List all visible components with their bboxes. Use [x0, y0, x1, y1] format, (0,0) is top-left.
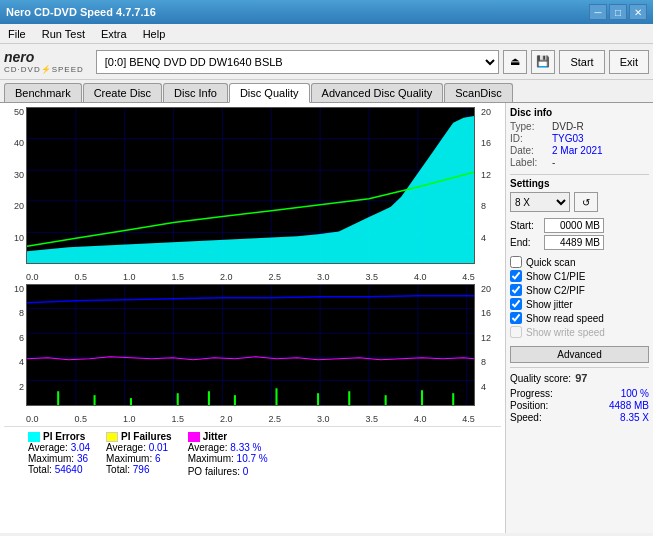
save-button[interactable]: 💾: [531, 50, 555, 74]
divider-2: [510, 367, 649, 368]
chart-area: 50 40 30 20 10 20 16 12 8 4: [0, 103, 505, 533]
progress-section: Progress: 100 % Position: 4488 MB Speed:…: [510, 388, 649, 423]
speed-select[interactable]: 8 X: [510, 192, 570, 212]
tab-create-disc[interactable]: Create Disc: [83, 83, 162, 102]
show-c2pif-label: Show C2/PIF: [526, 285, 585, 296]
logo-nero: nero: [4, 49, 34, 65]
lower-y-right: 20 16 12 8 4: [479, 284, 501, 406]
quality-value: 97: [575, 372, 587, 384]
progress-label: Progress:: [510, 388, 553, 399]
show-c2pif-checkbox[interactable]: [510, 284, 522, 296]
speed-row: 8 X ↺: [510, 192, 649, 212]
lower-chart: 10 8 6 4 2 20 16 12 8 4: [4, 284, 501, 424]
menu-run-test[interactable]: Run Test: [38, 27, 89, 41]
lower-x-axis: 0.0 0.5 1.0 1.5 2.0 2.5 3.0 3.5 4.0 4.5: [26, 406, 475, 424]
start-value[interactable]: 0000 MB: [544, 218, 604, 233]
progress-row: Progress: 100 %: [510, 388, 649, 399]
show-read-speed-label: Show read speed: [526, 313, 604, 324]
disc-type-label: Type:: [510, 121, 548, 132]
menu-help[interactable]: Help: [139, 27, 170, 41]
disc-label-label: Label:: [510, 157, 548, 168]
jitter-max: Maximum: 10.7 %: [188, 453, 268, 464]
disc-info-title: Disc info: [510, 107, 649, 118]
drive-select[interactable]: [0:0] BENQ DVD DD DW1640 BSLB: [96, 50, 500, 74]
lower-y-left: 10 8 6 4 2: [4, 284, 26, 406]
speed-value: 8.35 X: [620, 412, 649, 423]
tab-disc-info[interactable]: Disc Info: [163, 83, 228, 102]
position-value: 4488 MB: [609, 400, 649, 411]
pi-errors-max: Maximum: 36: [28, 453, 90, 464]
show-write-speed-label: Show write speed: [526, 327, 605, 338]
divider-1: [510, 174, 649, 175]
legend-jitter: Jitter Average: 8.33 % Maximum: 10.7 % P…: [188, 431, 268, 477]
settings-title: Settings: [510, 178, 649, 189]
disc-id-row: ID: TYG03: [510, 133, 649, 144]
pi-failures-max: Maximum: 6: [106, 453, 172, 464]
logo-sub: CD·DVD⚡SPEED: [4, 65, 84, 74]
disc-date-row: Date: 2 Mar 2021: [510, 145, 649, 156]
minimize-button[interactable]: ─: [589, 4, 607, 20]
show-write-speed-row: Show write speed: [510, 326, 649, 338]
menu-bar: File Run Test Extra Help: [0, 24, 653, 44]
start-label: Start:: [510, 220, 540, 231]
start-row: Start: 0000 MB: [510, 218, 649, 233]
disc-label-row: Label: -: [510, 157, 649, 168]
disc-date-value: 2 Mar 2021: [552, 145, 603, 156]
tab-disc-quality[interactable]: Disc Quality: [229, 83, 310, 103]
menu-extra[interactable]: Extra: [97, 27, 131, 41]
maximize-button[interactable]: □: [609, 4, 627, 20]
progress-value: 100 %: [621, 388, 649, 399]
pi-errors-total: Total: 54640: [28, 464, 90, 475]
pi-failures-avg: Average: 0.01: [106, 442, 172, 453]
tab-advanced-disc-quality[interactable]: Advanced Disc Quality: [311, 83, 444, 102]
app-title: Nero CD-DVD Speed 4.7.7.16: [6, 6, 156, 18]
show-c2pif-row: Show C2/PIF: [510, 284, 649, 296]
tab-benchmark[interactable]: Benchmark: [4, 83, 82, 102]
legend: PI Errors Average: 3.04 Maximum: 36 Tota…: [4, 426, 501, 479]
show-c1pie-checkbox[interactable]: [510, 270, 522, 282]
end-value[interactable]: 4489 MB: [544, 235, 604, 250]
show-jitter-label: Show jitter: [526, 299, 573, 310]
show-write-speed-checkbox[interactable]: [510, 326, 522, 338]
speed-row: Speed: 8.35 X: [510, 412, 649, 423]
right-panel: Disc info Type: DVD-R ID: TYG03 Date: 2 …: [505, 103, 653, 533]
title-bar: Nero CD-DVD Speed 4.7.7.16 ─ □ ✕: [0, 0, 653, 24]
quick-scan-label: Quick scan: [526, 257, 575, 268]
disc-id-label: ID:: [510, 133, 548, 144]
settings-refresh-button[interactable]: ↺: [574, 192, 598, 212]
eject-button[interactable]: ⏏: [503, 50, 527, 74]
position-label: Position:: [510, 400, 548, 411]
tab-bar: Benchmark Create Disc Disc Info Disc Qua…: [0, 80, 653, 103]
show-c1pie-label: Show C1/PIE: [526, 271, 585, 282]
disc-id-value: TYG03: [552, 133, 584, 144]
lower-chart-inner: [26, 284, 475, 406]
quick-scan-checkbox[interactable]: [510, 256, 522, 268]
quality-score-row: Quality score: 97: [510, 372, 649, 384]
tab-scan-disc[interactable]: ScanDisc: [444, 83, 512, 102]
start-button[interactable]: Start: [559, 50, 604, 74]
pi-errors-color: [28, 432, 40, 442]
jitter-avg: Average: 8.33 %: [188, 442, 268, 453]
checkboxes-section: Quick scan Show C1/PIE Show C2/PIF Show …: [510, 256, 649, 338]
settings-section: Settings 8 X ↺: [510, 178, 649, 212]
jitter-label: Jitter: [203, 431, 227, 442]
disc-date-label: Date:: [510, 145, 548, 156]
pi-failures-total: Total: 796: [106, 464, 172, 475]
show-read-speed-row: Show read speed: [510, 312, 649, 324]
menu-file[interactable]: File: [4, 27, 30, 41]
end-label: End:: [510, 237, 540, 248]
upper-y-right: 20 16 12 8 4: [479, 107, 501, 264]
show-c1pie-row: Show C1/PIE: [510, 270, 649, 282]
upper-chart: 50 40 30 20 10 20 16 12 8 4: [4, 107, 501, 282]
pi-errors-avg: Average: 3.04: [28, 442, 90, 453]
disc-type-value: DVD-R: [552, 121, 584, 132]
upper-x-axis: 0.0 0.5 1.0 1.5 2.0 2.5 3.0 3.5 4.0 4.5: [26, 264, 475, 282]
close-button[interactable]: ✕: [629, 4, 647, 20]
show-read-speed-checkbox[interactable]: [510, 312, 522, 324]
legend-pi-errors: PI Errors Average: 3.04 Maximum: 36 Tota…: [28, 431, 90, 477]
quality-label: Quality score:: [510, 373, 571, 384]
legend-pi-failures: PI Failures Average: 0.01 Maximum: 6 Tot…: [106, 431, 172, 477]
show-jitter-checkbox[interactable]: [510, 298, 522, 310]
exit-button[interactable]: Exit: [609, 50, 649, 74]
advanced-button[interactable]: Advanced: [510, 346, 649, 363]
